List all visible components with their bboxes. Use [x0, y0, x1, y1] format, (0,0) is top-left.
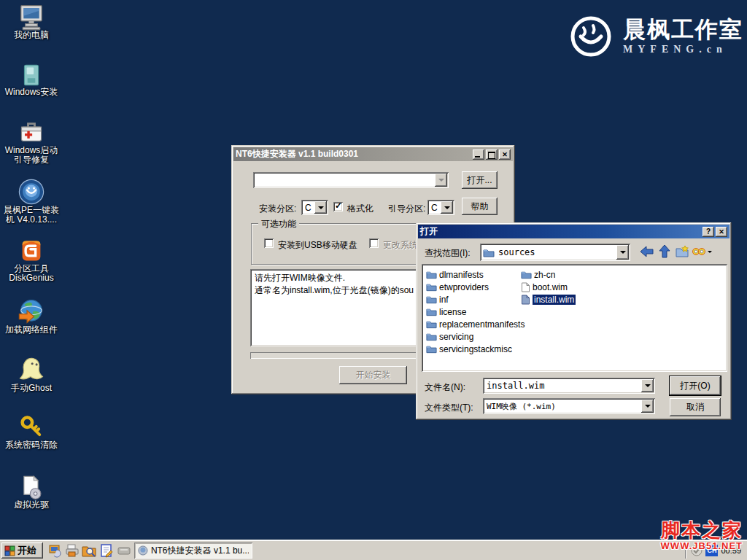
taskbar: 开始	[0, 540, 747, 560]
installer-title: NT6快捷安装器 v1.1 build0301	[236, 148, 358, 160]
file-list[interactable]: dlmanifests etwproviders inf license rep…	[422, 264, 727, 372]
quicklaunch-printer-button[interactable]	[65, 543, 80, 558]
ghost-icon	[18, 356, 45, 384]
desktop-icon-label: DiskGenius	[0, 273, 63, 283]
brand-subtitle: MYFENG.cn	[623, 44, 743, 55]
folder-icon	[426, 344, 437, 354]
boot-partition-label: 引导分区:	[388, 203, 425, 215]
list-item-folder[interactable]: license	[426, 306, 525, 318]
watermark-url: WWW.JB51.NET	[661, 540, 743, 551]
chevron-down-icon[interactable]	[441, 201, 453, 214]
folder-icon	[426, 332, 437, 341]
key-icon	[18, 414, 44, 440]
first-aid-kit-icon	[18, 120, 44, 146]
usb-install-checkbox[interactable]	[264, 238, 274, 248]
usb-install-label: 安装到USB移动硬盘	[278, 239, 357, 252]
file-icon	[521, 295, 530, 305]
chevron-down-icon[interactable]	[641, 379, 654, 392]
show-desktop-icon	[48, 543, 63, 558]
folder-icon	[426, 307, 437, 316]
install-partition-combobox[interactable]: C	[301, 200, 328, 215]
desktop-icon-label: 系统密码清除	[0, 440, 63, 450]
minimize-icon[interactable]	[473, 149, 484, 160]
new-folder-icon	[675, 245, 689, 258]
back-button[interactable]	[639, 244, 655, 260]
desktop-icon-password-clear[interactable]: 系统密码清除	[0, 414, 63, 450]
installer-titlebar[interactable]: NT6快捷安装器 v1.1 build0301	[233, 147, 513, 161]
desktop-icon-label: 虚拟光驱	[0, 500, 63, 510]
printer-icon	[65, 543, 80, 558]
desktop-icon-manual-ghost[interactable]: 手动Ghost	[0, 356, 63, 393]
filetype-combobox[interactable]: WIM映像 (*.wim)	[483, 398, 655, 414]
list-item-folder[interactable]: zh-cn	[521, 268, 576, 281]
optional-features-label: 可选功能	[258, 218, 299, 230]
quicklaunch-notepad-button[interactable]	[99, 543, 114, 558]
view-menu-button[interactable]	[691, 244, 713, 260]
desktop-icon-label: 我的电脑	[0, 31, 63, 40]
desktop-icon-boot-repair[interactable]: Windows启动 引导修复	[0, 120, 63, 165]
open-wim-button[interactable]: 打开...	[462, 171, 498, 189]
start-button[interactable]: 开始	[1, 542, 43, 559]
task-button-installer[interactable]: NT6快捷安装器 v1.1 bu...	[134, 542, 252, 559]
close-icon[interactable]	[716, 227, 727, 237]
view-menu-icon	[692, 245, 706, 258]
desktop-icon-label: 手动Ghost	[0, 384, 63, 393]
chevron-down-icon[interactable]	[435, 174, 447, 187]
list-item-folder[interactable]: dlmanifests	[426, 268, 525, 281]
new-folder-button[interactable]	[674, 244, 690, 260]
list-item-folder[interactable]: replacementmanifests	[426, 318, 525, 330]
help-button-label: 帮助	[471, 201, 489, 213]
quicklaunch-desktop-button[interactable]	[48, 543, 63, 558]
search-folder-icon	[82, 543, 96, 558]
folder-icon	[426, 319, 437, 329]
desktop-icon-windows-install[interactable]: Windows安装	[0, 63, 63, 97]
change-system-checkbox[interactable]	[369, 238, 379, 248]
filetype-value: WIM映像 (*.wim)	[483, 401, 640, 412]
wim-path-combobox[interactable]	[253, 172, 449, 188]
chevron-down-icon[interactable]	[641, 400, 654, 413]
quicklaunch-disk-button[interactable]	[117, 543, 131, 558]
disk-icon	[117, 543, 131, 558]
list-item-file[interactable]: boot.wim	[521, 281, 576, 293]
desktop-icon-pe-one-key[interactable]: 晨枫PE一键装 机 V4.0.13....	[0, 178, 63, 225]
virtual-cdrom-icon	[18, 474, 44, 500]
windows-install-icon	[19, 63, 44, 88]
filename-combobox[interactable]: install.wim	[483, 378, 655, 394]
open-file-dialog: 打开 查找范围(I): sources	[416, 222, 732, 420]
chevron-down-icon[interactable]	[616, 245, 629, 260]
context-help-icon[interactable]	[703, 227, 714, 237]
folder-icon	[426, 282, 437, 292]
quicklaunch-search-button[interactable]	[82, 543, 96, 558]
desktop-icon-virtual-cdrom[interactable]: 虚拟光驱	[0, 474, 63, 510]
format-checkbox[interactable]	[333, 202, 343, 211]
up-arrow-icon	[658, 244, 671, 259]
maximize-icon[interactable]	[486, 149, 498, 160]
help-button[interactable]: 帮助	[462, 198, 498, 215]
brand-logo: 晨枫工作室 MYFENG.cn	[569, 15, 743, 58]
open-wim-button-label: 打开...	[467, 174, 492, 187]
list-item-folder[interactable]: servicingstackmisc	[426, 343, 525, 355]
close-icon[interactable]	[499, 149, 511, 160]
pe-installer-icon	[18, 178, 45, 206]
cancel-button-label: 取消	[686, 401, 704, 413]
desktop-icon-load-network[interactable]: 加载网络组件	[0, 298, 63, 335]
boot-partition-combobox[interactable]: C	[427, 200, 454, 215]
change-system-label: 更改系统	[383, 239, 418, 252]
filetype-label: 文件类型(T):	[425, 402, 473, 414]
desktop-icon-label: 引导修复	[0, 155, 63, 165]
up-one-level-button[interactable]	[657, 244, 673, 260]
list-item-folder[interactable]: etwproviders	[426, 281, 525, 293]
site-watermark: 脚本之家 WWW.JB51.NET	[661, 521, 743, 551]
list-item-folder[interactable]: servicing	[426, 330, 525, 343]
list-item-file-selected[interactable]: install.wim	[521, 293, 576, 306]
start-install-button[interactable]: 开始安装	[339, 366, 407, 384]
look-in-combobox[interactable]: sources	[480, 244, 630, 261]
open-button[interactable]: 打开(O)	[670, 376, 721, 395]
desktop-icon-my-computer[interactable]: 我的电脑	[0, 3, 63, 40]
brand-title: 晨枫工作室	[623, 18, 743, 42]
desktop-icon-diskgenius[interactable]: 分区工具 DiskGenius	[0, 238, 63, 283]
chevron-down-icon[interactable]	[314, 201, 327, 214]
open-dialog-titlebar[interactable]: 打开	[418, 225, 729, 238]
list-item-folder[interactable]: inf	[426, 293, 525, 306]
cancel-button[interactable]: 取消	[670, 398, 721, 416]
